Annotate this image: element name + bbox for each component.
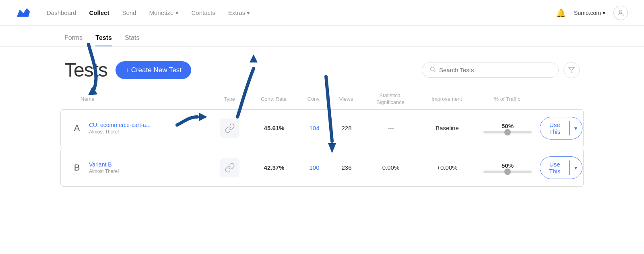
use-this-button-a[interactable]: Use This ▾	[540, 117, 582, 139]
user-avatar[interactable]	[613, 6, 628, 20]
notification-bell[interactable]: 🔔	[556, 8, 566, 18]
slider-track-a[interactable]	[483, 131, 532, 133]
use-this-main-b[interactable]: Use This	[540, 157, 569, 179]
nav-extras[interactable]: Extras ▾	[228, 8, 250, 18]
table-header: Name Type Conv. Rate Conv. Views Statist…	[0, 89, 644, 109]
logo[interactable]	[16, 6, 31, 19]
use-this-wrap-b: Use This ▾	[540, 156, 586, 179]
use-this-chevron-a[interactable]: ▾	[569, 121, 582, 135]
nav-contacts[interactable]: Contacts	[192, 8, 215, 18]
search-area	[422, 62, 580, 78]
conv-rate-a: 45.61%	[250, 125, 298, 131]
table-row: A CU: ecommerce-cart-a... Almost There! …	[60, 109, 584, 147]
th-traffic: % of Traffic	[475, 96, 539, 102]
svg-point-2	[431, 67, 434, 71]
traffic-pct-b: 50%	[502, 162, 514, 169]
conv-rate-b: 42.37%	[250, 164, 298, 171]
nav-dashboard[interactable]: Dashboard	[47, 8, 76, 18]
sub-nav-forms[interactable]: Forms	[64, 34, 83, 46]
th-type: Type	[209, 96, 250, 102]
slider-thumb-a[interactable]	[504, 129, 511, 135]
site-selector[interactable]: Sumo.com ▾	[574, 10, 605, 16]
row-type-icon-b	[220, 158, 239, 177]
nav-right: 🔔 Sumo.com ▾	[556, 6, 628, 20]
row-name-a: CU: ecommerce-cart-a... Almost There!	[89, 122, 210, 135]
conv-a: 104	[298, 125, 330, 131]
slider-track-b[interactable]	[483, 171, 532, 173]
table-row: B Variant B Almost There! 42.37% 100 236…	[60, 149, 584, 187]
use-this-main-a[interactable]: Use This	[540, 117, 569, 139]
th-stat-sig: StatisticalSignificance	[362, 92, 419, 106]
slider-thumb-b[interactable]	[504, 169, 511, 175]
traffic-pct-a: 50%	[502, 123, 514, 129]
row-letter-a: A	[65, 123, 89, 133]
row-sub-a: Almost There!	[89, 129, 210, 135]
row-name-link-a[interactable]: CU: ecommerce-cart-a...	[89, 122, 210, 128]
svg-marker-4	[569, 68, 574, 73]
sub-nav: Forms Tests Stats	[0, 26, 644, 47]
improvement-a: Baseline	[419, 125, 475, 131]
nav-links: Dashboard Collect Send Monetize ▾ Contac…	[47, 8, 556, 18]
sub-nav-stats[interactable]: Stats	[125, 34, 139, 46]
sub-nav-tests[interactable]: Tests	[95, 34, 112, 46]
stat-sig-a: ---	[363, 125, 419, 131]
search-input[interactable]	[439, 67, 551, 73]
use-this-wrap-a: Use This ▾	[540, 117, 586, 139]
th-views: Views	[330, 96, 362, 102]
views-b: 236	[330, 164, 363, 171]
nav-monetize[interactable]: Monetize ▾	[149, 8, 178, 18]
filter-button[interactable]	[564, 62, 580, 78]
row-type-icon-a	[220, 119, 239, 138]
stat-sig-b: 0.00%	[363, 164, 419, 171]
th-name: Name	[64, 96, 209, 102]
row-name-link-b[interactable]: Variant B	[89, 161, 210, 168]
search-icon	[429, 66, 436, 74]
use-this-chevron-b[interactable]: ▾	[569, 160, 582, 175]
th-improvement: Improvement	[419, 96, 475, 102]
use-this-button-b[interactable]: Use This ▾	[540, 156, 582, 179]
table-body: A CU: ecommerce-cart-a... Almost There! …	[0, 109, 644, 187]
conv-b: 100	[298, 164, 330, 171]
row-letter-b: B	[65, 162, 89, 173]
improvement-b: +0.00%	[419, 164, 475, 171]
search-box	[422, 62, 559, 78]
svg-marker-0	[17, 8, 30, 17]
views-a: 228	[330, 125, 363, 131]
th-conv-rate: Conv. Rate	[250, 96, 298, 102]
row-sub-b: Almost There!	[89, 169, 210, 174]
page-header: Tests + Create New Test	[0, 47, 644, 89]
row-name-b: Variant B Almost There!	[89, 161, 210, 174]
svg-line-3	[434, 71, 436, 72]
traffic-a: 50%	[475, 123, 540, 133]
traffic-b: 50%	[475, 162, 540, 173]
svg-point-1	[619, 10, 622, 13]
create-new-test-button[interactable]: + Create New Test	[116, 61, 191, 79]
th-conv: Conv.	[298, 96, 330, 102]
top-nav: Dashboard Collect Send Monetize ▾ Contac…	[0, 0, 644, 26]
nav-collect[interactable]: Collect	[89, 8, 109, 18]
nav-send[interactable]: Send	[122, 8, 136, 18]
page-title: Tests	[64, 59, 107, 81]
